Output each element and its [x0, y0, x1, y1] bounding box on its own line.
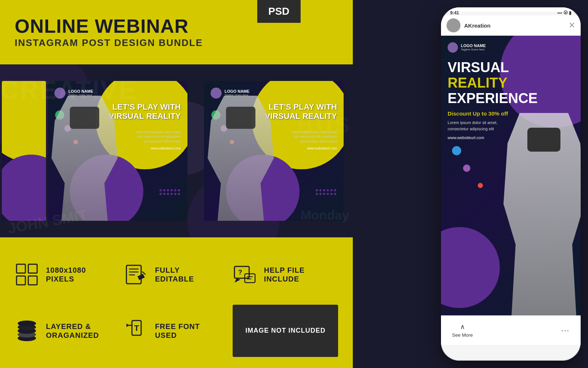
logo-name-second: LOGO NAME [225, 89, 250, 93]
chevron-up-icon: ∧ [460, 323, 465, 331]
feature-pixels-label: 1080x1080PIXELS [46, 266, 86, 283]
phone-bottom-bar: ∧ See More ··· [441, 315, 581, 345]
more-options-icon[interactable]: ··· [561, 326, 570, 335]
svg-marker-23 [126, 323, 129, 327]
svg-rect-3 [28, 276, 37, 285]
phone-vr-person [503, 113, 581, 315]
phone-logo-tagline: Tagline Goes here [461, 48, 486, 51]
see-more-text: See More [452, 332, 473, 338]
feature-pixels: 1080x1080PIXELS [15, 248, 120, 301]
phone-logo-name: LOGO NAME [461, 44, 486, 48]
phone-card-inner: LOGO NAME Tagline Goes here VIRSUAL REAL… [441, 36, 581, 315]
edit-icon [124, 263, 148, 287]
feature-image-not-included: IMAGE NOT INCLUDED [233, 305, 338, 357]
feature-bar: 1080x1080PIXELS FULLYEDITABLE ? [0, 237, 353, 368]
header-text: ONLINE WEBINAR INSTAGRAM POST DESIGN BUN… [15, 16, 203, 48]
phone-status-area: 9:41 ▪▪▪ ⦿ ▮ [441, 7, 581, 12]
vr-person-main [51, 96, 118, 221]
svg-text:?: ? [238, 269, 242, 276]
phone-close-icon[interactable]: ✕ [569, 21, 575, 30]
feature-layered-label: LAYERED &ORAGANIZED [46, 322, 99, 340]
subtitle: INSTAGRAM POST DESIGN BUNDLE [15, 37, 203, 49]
phone-signal: ▪▪▪ ⦿ ▮ [557, 10, 571, 15]
header-bar: ONLINE WEBINAR INSTAGRAM POST DESIGN BUN… [0, 0, 353, 64]
feature-editable-label: FULLYEDITABLE [155, 266, 194, 283]
svg-marker-8 [137, 274, 145, 280]
phone-headline: VIRSUAL REALITY EXPERIENCE [448, 60, 574, 106]
phone-logo-area: LOGO NAME Tagline Goes here [448, 42, 574, 53]
vr-headset [70, 107, 99, 129]
svg-point-19 [18, 321, 36, 326]
phone-mockup: 9:41 ▪▪▪ ⦿ ▮ AKreation ✕ [441, 7, 581, 361]
phone-vr-headset [527, 128, 560, 152]
psd-badge: PSD [257, 0, 301, 23]
main-title: ONLINE WEBINAR [15, 16, 203, 37]
logo-name-main: LOGO NAME [68, 89, 93, 93]
layers-icon [15, 319, 39, 343]
phone-header: AKreation ✕ [441, 15, 581, 36]
help-icon: ? [233, 263, 257, 287]
svg-text:T: T [134, 323, 139, 333]
yellow-circle-left [2, 81, 46, 162]
svg-rect-0 [17, 264, 25, 273]
feature-font: T FREE FONTUSED [124, 305, 229, 357]
feature-font-label: FREE FONTUSED [155, 322, 200, 340]
see-more-area[interactable]: ∧ See More [452, 323, 473, 338]
feature-help: ? HELP FILEINCLUDE [233, 248, 338, 301]
phone-time: 9:41 [450, 10, 459, 15]
feature-editable: FULLYEDITABLE [124, 248, 229, 301]
feature-layered: LAYERED &ORAGANIZED [15, 305, 120, 357]
svg-rect-1 [28, 264, 37, 273]
vr-person-second [208, 96, 274, 221]
phone-card: LOGO NAME Tagline Goes here VIRSUAL REAL… [441, 36, 581, 315]
phone-logo-circle [448, 42, 458, 53]
phone-avatar [447, 18, 460, 32]
phone-headline-white2: EXPERIENCE [448, 91, 574, 106]
phone-username: AKreation [464, 22, 569, 29]
phone-headline-white1: VIRSUAL [448, 60, 574, 75]
grid-icon [15, 263, 39, 287]
svg-rect-2 [17, 276, 25, 285]
card-main: LOGO NAME Tagline Goes here LET'S PLAY W… [48, 81, 187, 221]
vr-headset-second [226, 107, 255, 129]
phone-logo-texts: LOGO NAME Tagline Goes here [461, 44, 486, 51]
preview-area: CREATIVE BUS JOHN SMIT Monday [0, 64, 353, 237]
phone-status-bar: 9:41 ▪▪▪ ⦿ ▮ [441, 10, 581, 15]
feature-help-label: HELP FILEINCLUDE [264, 266, 305, 283]
font-icon: T [124, 319, 148, 343]
phone-headline-yellow: REALITY [448, 75, 574, 91]
purple-circle-left [2, 155, 46, 221]
feature-image-label: IMAGE NOT INCLUDED [245, 327, 326, 335]
card-second: LOGO NAME Tagline Goes here LET'S PLAY W… [204, 81, 344, 221]
card-left-partial [2, 81, 46, 221]
